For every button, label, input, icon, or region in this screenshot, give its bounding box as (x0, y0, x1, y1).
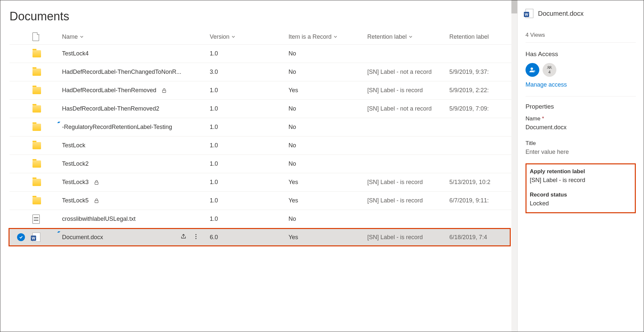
table-row[interactable]: HadDefRecordLabel-ThenChangedToNonR...3.… (10, 63, 517, 81)
isrecord-column-header[interactable]: Item is a Record (289, 33, 367, 40)
scrollbar-thumb[interactable] (511, 0, 517, 13)
text-file-icon (32, 215, 40, 224)
version-cell: 1.0 (210, 197, 289, 204)
add-person-avatar[interactable] (526, 63, 539, 77)
properties-title: Properties (526, 103, 636, 110)
word-document-icon (32, 233, 40, 242)
filetype-column-header[interactable] (32, 32, 62, 41)
name-cell[interactable]: TestLock5 (62, 197, 210, 204)
retention-date-cell: 5/9/2019, 2:22: (449, 87, 515, 94)
lock-icon (94, 180, 99, 185)
people-count-avatar[interactable]: 4 (543, 63, 556, 77)
item-name-label: TestLock4 (62, 50, 89, 57)
table-row[interactable]: HasDefRecordLabel-ThenRemoved21.0No[SN] … (10, 99, 517, 118)
record-status-value[interactable]: Locked (530, 200, 632, 207)
column-label: Version (210, 33, 229, 40)
name-cell[interactable]: -RegulatoryRecordRetentionLabel-Testing (62, 124, 210, 131)
column-label: Retention label (449, 33, 489, 40)
chevron-down-icon (80, 35, 84, 39)
record-status-label: Record status (530, 192, 632, 198)
version-cell: 1.0 (210, 50, 289, 57)
manage-access-link[interactable]: Manage access (526, 81, 636, 88)
folder-icon (32, 69, 41, 76)
table-row[interactable]: TestLock41.0No (10, 44, 517, 63)
retention-date-cell: 5/13/2019, 10:2 (449, 179, 515, 186)
name-cell[interactable]: HadDefRecordLabel-ThenChangedToNonR... (62, 69, 210, 75)
version-cell: 6.0 (210, 234, 289, 241)
svg-point-8 (548, 66, 549, 68)
is-record-cell: Yes (289, 87, 367, 94)
apply-retention-value[interactable]: [SN] Label - is record (530, 177, 632, 184)
version-cell: 1.0 (210, 216, 289, 222)
version-cell: 1.0 (210, 87, 289, 94)
retention-label-cell: [SN] Label - not a record (367, 105, 449, 112)
retention-date-cell: 6/7/2019, 9:11: (449, 197, 515, 204)
item-name-label: TestLock5 (62, 197, 89, 204)
svg-rect-0 (162, 90, 166, 93)
retention-label-column-header[interactable]: Retention label (367, 33, 449, 40)
retention-date-cell: 6/18/2019, 7:4 (449, 234, 515, 241)
table-row[interactable]: Document.docx6.0Yes[SN] Label - is recor… (9, 228, 511, 246)
name-property-value[interactable]: Document.docx (526, 124, 636, 131)
name-cell[interactable]: TestLock2 (62, 160, 210, 167)
name-cell[interactable]: TestLock (62, 142, 210, 149)
retention-date-cell: 5/9/2019, 7:09: (449, 105, 515, 112)
chevron-down-icon (333, 35, 337, 39)
name-cell[interactable]: TestLock4 (62, 50, 210, 57)
details-header: Document.docx (526, 9, 636, 18)
details-panel: Document.docx 4 Views Has Access 4 Manag… (517, 0, 644, 332)
name-cell[interactable]: crosslibwithlabelUSLegal.txt (62, 216, 210, 222)
svg-point-4 (195, 236, 196, 237)
item-name-label: -RegulatoryRecordRetentionLabel-Testing (62, 124, 172, 131)
chevron-down-icon (231, 35, 235, 39)
table-row[interactable]: TestLock21.0No (10, 155, 517, 173)
table-row[interactable]: TestLock51.0Yes[SN] Label - is record6/7… (10, 191, 517, 210)
title-property-label: Title (526, 140, 636, 147)
vertical-scrollbar[interactable] (511, 0, 517, 332)
document-icon (32, 32, 39, 41)
row-selector[interactable] (10, 233, 32, 241)
folder-icon (32, 50, 41, 57)
table-row[interactable]: TestLock31.0Yes[SN] Label - is record5/1… (10, 173, 517, 191)
lock-icon (94, 198, 99, 203)
folder-icon (32, 124, 41, 131)
retention-label-date-column-header[interactable]: Retention label (449, 33, 515, 40)
item-name-label: HasDefRecordLabel-ThenRemoved2 (62, 105, 159, 112)
table-row[interactable]: HadDefRecordLabel-ThenRemoved1.0Yes[SN] … (10, 81, 517, 99)
folder-icon (32, 87, 41, 94)
check-circle-icon (17, 233, 25, 241)
name-cell[interactable]: Document.docx (62, 233, 210, 241)
document-library-panel: Documents Name Version Item is a Record … (0, 0, 517, 332)
table-row[interactable]: -RegulatoryRecordRetentionLabel-Testing1… (10, 118, 517, 136)
share-icon[interactable] (180, 233, 187, 241)
name-column-header[interactable]: Name (62, 33, 210, 40)
name-cell[interactable]: HasDefRecordLabel-ThenRemoved2 (62, 105, 210, 112)
access-count-label: 4 (548, 70, 551, 74)
column-label: Retention label (367, 33, 407, 40)
name-cell[interactable]: HadDefRecordLabel-ThenRemoved (62, 87, 210, 94)
more-actions-icon[interactable] (193, 233, 199, 241)
item-name-label: TestLock (62, 142, 85, 149)
details-file-name: Document.docx (538, 10, 584, 17)
version-column-header[interactable]: Version (210, 33, 289, 40)
item-name-label: crosslibwithlabelUSLegal.txt (62, 216, 136, 222)
table-row[interactable]: crosslibwithlabelUSLegal.txt1.0No (10, 210, 517, 228)
title-property-input[interactable]: Enter value here (526, 149, 636, 156)
item-name-label: TestLock2 (62, 160, 89, 167)
svg-rect-2 (95, 200, 98, 203)
folder-icon (32, 160, 41, 168)
table-header-row: Name Version Item is a Record Retention … (10, 29, 517, 44)
item-name-label: Document.docx (62, 234, 103, 241)
page-title: Documents (10, 10, 517, 23)
table-row[interactable]: TestLock1.0No (10, 136, 517, 155)
retention-label-cell: [SN] Label - is record (367, 87, 449, 94)
chevron-down-icon (409, 35, 413, 39)
version-cell: 3.0 (210, 69, 289, 75)
item-name-label: HadDefRecordLabel-ThenChangedToNonR... (62, 69, 181, 75)
word-document-icon (526, 9, 533, 18)
is-record-cell: No (289, 142, 367, 149)
name-cell[interactable]: TestLock3 (62, 179, 210, 186)
is-record-cell: No (289, 124, 367, 131)
item-name-label: TestLock3 (62, 179, 89, 186)
access-section: Has Access 4 Manage access (526, 42, 636, 96)
